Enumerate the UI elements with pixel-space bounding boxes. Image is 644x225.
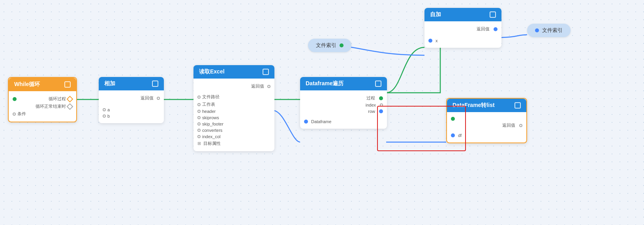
self-add-title: 自加 [430, 11, 441, 18]
target-prop-label: 目标属性 [203, 141, 221, 146]
df-in-label: df [458, 133, 462, 138]
x-label: x [436, 38, 438, 43]
port-row-b: b [103, 114, 160, 118]
header-label: header [202, 109, 216, 114]
df-traverse-title: Dataframe遍历 [306, 80, 344, 87]
self-add-icon [490, 11, 496, 18]
file-index-left-title: 文件索引 [316, 42, 336, 49]
index-label: index [366, 103, 376, 107]
port-row-a: a [103, 107, 160, 112]
read-excel-icon [263, 69, 269, 75]
port-row-condition: 条件 [13, 111, 72, 117]
read-excel-node[interactable]: 读取Excel 返回值 文件路径 工作表 header [193, 65, 274, 151]
while-loop-title: While循环 [14, 81, 40, 88]
df-traverse-body: 过程 index row Dataframe [300, 90, 387, 129]
port-target-prop: ⊞ 目标属性 [197, 141, 270, 146]
dataframe-traverse-node[interactable]: Dataframe遍历 过程 index row Dataframe [300, 77, 387, 129]
port-file-path: 文件路径 [197, 94, 270, 100]
port-row-index: index [304, 103, 383, 107]
file-path-label: 文件路径 [202, 94, 220, 100]
converters-port[interactable] [197, 129, 201, 132]
skipfooter-label: skip_footer [202, 122, 223, 126]
file-index-right-title: 文件索引 [542, 27, 563, 34]
header-port[interactable] [197, 110, 201, 113]
read-excel-body: 返回值 文件路径 工作表 header skiprows [193, 79, 274, 151]
port-converters: converters [197, 128, 270, 133]
add-title: 相加 [104, 80, 115, 87]
df-to-list-body: 返回值 df [447, 112, 526, 142]
port-row-df-return: 返回值 [451, 122, 522, 128]
skiprows-port[interactable] [197, 116, 201, 119]
self-add-body: 返回值 x [424, 21, 501, 48]
read-excel-header: 读取Excel [193, 65, 274, 79]
while-loop-icon [64, 81, 71, 88]
add-icon [152, 81, 158, 87]
loop-end-label: 循环正常结束时 [36, 103, 66, 109]
skipfooter-port[interactable] [197, 122, 201, 126]
row-label: row [368, 109, 375, 114]
add-body: 返回值 a b [99, 90, 164, 123]
add-return-port[interactable] [157, 97, 160, 100]
df-to-list-icon [514, 102, 521, 109]
indexcol-port[interactable] [197, 135, 201, 138]
port-header: header [197, 109, 270, 114]
port-row-end: 循环正常结束时 [13, 103, 72, 109]
add-return-label: 返回值 [141, 95, 154, 101]
df-traverse-icon [375, 81, 381, 87]
loop-process-port[interactable] [67, 96, 73, 102]
self-return-port[interactable] [494, 27, 498, 31]
while-loop-node[interactable]: While循环 循环过程 循环正常结束时 条件 [8, 77, 77, 122]
file-index-right-node[interactable]: 文件索引 [527, 24, 571, 37]
self-add-node[interactable]: 自加 返回值 x [424, 8, 501, 48]
self-return-label: 返回值 [477, 26, 490, 32]
port-row-top-green [451, 117, 522, 121]
df-traverse-header: Dataframe遍历 [300, 77, 387, 90]
read-excel-title: 读取Excel [199, 68, 225, 75]
index-port[interactable] [380, 103, 383, 107]
loop-process-label: 循环过程 [49, 96, 66, 102]
x-port[interactable] [428, 39, 432, 43]
port-row-dataframe: Dataframe [304, 119, 383, 124]
port-row-return: 返回值 [103, 95, 160, 101]
file-path-port[interactable] [197, 96, 201, 99]
df-in-port[interactable] [451, 133, 455, 137]
port-dot-top[interactable] [13, 97, 17, 101]
port-worksheet: 工作表 [197, 101, 270, 107]
port-row-df: df [451, 133, 522, 138]
skiprows-label: skiprows [202, 115, 219, 120]
file-index-right-port-left[interactable] [535, 28, 539, 32]
loop-end-port[interactable] [67, 103, 73, 110]
worksheet-label: 工作表 [202, 101, 215, 107]
excel-return-port[interactable] [267, 85, 270, 88]
dataframe-to-list-node[interactable]: DataFrame转list 返回值 df [446, 98, 527, 143]
port-skiprows: skiprows [197, 115, 270, 120]
df-list-return-port[interactable] [519, 124, 522, 127]
row-port[interactable] [379, 109, 383, 113]
port-row-return-excel: 返回值 [197, 83, 270, 89]
port-b[interactable] [103, 114, 106, 118]
port-row-self-return: 返回值 [428, 26, 498, 32]
self-add-header: 自加 [424, 8, 501, 21]
add-header: 相加 [99, 77, 164, 90]
port-index-col: index_col [197, 134, 270, 139]
while-loop-header: While循环 [9, 78, 76, 91]
port-b-label: b [107, 114, 110, 118]
file-index-left-node[interactable]: 文件索引 [308, 39, 351, 52]
while-loop-body: 循环过程 循环正常结束时 条件 [9, 91, 76, 122]
condition-label: 条件 [17, 111, 26, 117]
condition-port[interactable] [13, 112, 16, 116]
workflow-canvas[interactable]: While循环 循环过程 循环正常结束时 条件 相加 [0, 0, 644, 225]
worksheet-port[interactable] [197, 103, 201, 106]
port-row-process: 过程 [304, 95, 383, 101]
df-list-return-label: 返回值 [502, 122, 515, 128]
dataframe-in-port[interactable] [304, 120, 308, 124]
dataframe-in-label: Dataframe [311, 119, 331, 124]
indexcol-label: index_col [202, 134, 220, 139]
port-a[interactable] [103, 108, 106, 111]
port-row-row: row [304, 109, 383, 114]
process-port[interactable] [379, 96, 383, 100]
expand-icon: ⊞ [197, 141, 201, 146]
add-node[interactable]: 相加 返回值 a b [99, 77, 164, 123]
df-list-top-port[interactable] [451, 117, 455, 121]
file-index-left-port[interactable] [340, 43, 344, 47]
